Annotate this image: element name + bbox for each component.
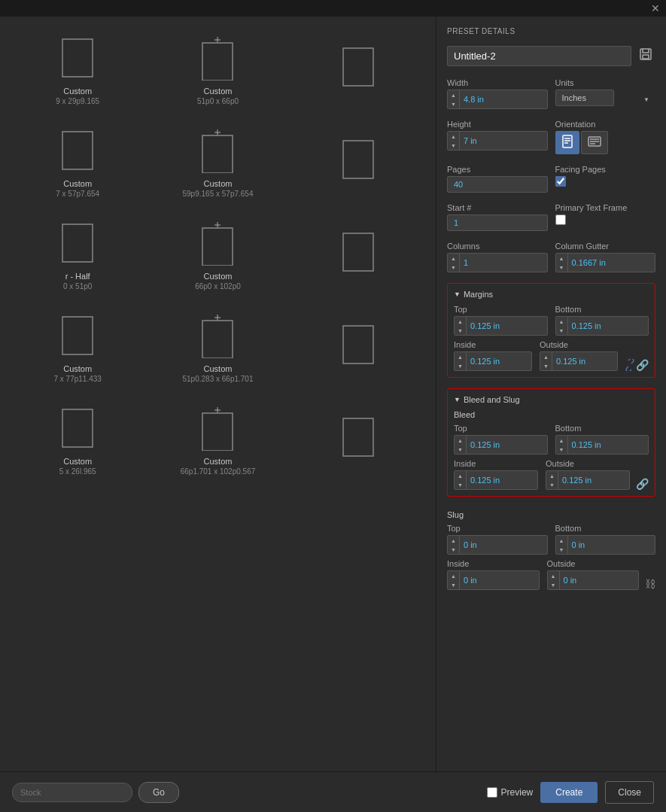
columns-decrement-button[interactable]: ▼ — [448, 263, 459, 272]
list-item[interactable]: Custom 66p1.701 x 102p0.567 — [147, 394, 287, 487]
preset-name-input[interactable] — [447, 46, 631, 66]
list-item[interactable] — [288, 117, 428, 209]
bleed-outside-decrement-button[interactable]: ▼ — [546, 480, 558, 489]
close-dialog-button[interactable]: Close — [605, 781, 654, 804]
margins-link-icon[interactable]: 🔗 — [624, 359, 649, 371]
margin-bottom-increment-button[interactable]: ▲ — [556, 317, 567, 326]
slug-outside-input[interactable] — [560, 573, 639, 587]
columns-input[interactable] — [460, 256, 547, 269]
column-gutter-input[interactable] — [568, 256, 655, 269]
list-item[interactable]: Custom 59p9.165 x 57p7.654 — [147, 117, 287, 209]
bleed-outside-group: Outside ▲ ▼ — [546, 459, 630, 490]
margin-bottom-decrement-button[interactable]: ▼ — [556, 326, 567, 335]
columns-increment-button[interactable]: ▲ — [448, 254, 459, 263]
height-increment-button[interactable]: ▲ — [448, 132, 459, 141]
slug-inside-increment-button[interactable]: ▲ — [448, 571, 459, 580]
start-primary-row: Start # Primary Text Frame — [447, 203, 655, 231]
list-item[interactable] — [288, 302, 428, 394]
bleed-top-spinner: ▲ ▼ — [454, 435, 548, 455]
bleed-top-input[interactable] — [467, 438, 547, 452]
start-num-input[interactable] — [447, 214, 548, 231]
list-item[interactable]: Custom 7 x 57p7.654 — [8, 117, 147, 209]
window-close-button[interactable]: ✕ — [651, 3, 660, 14]
slug-outside-increment-button[interactable]: ▲ — [548, 571, 559, 580]
pages-input[interactable] — [447, 176, 548, 193]
list-item[interactable]: Custom 51p0.283 x 66p1.701 — [147, 302, 287, 394]
height-decrement-button[interactable]: ▼ — [448, 141, 459, 150]
slug-outside-decrement-button[interactable]: ▼ — [548, 580, 559, 589]
list-item[interactable] — [288, 209, 428, 302]
slug-top-decrement-button[interactable]: ▼ — [448, 545, 459, 554]
margin-top-spinner-btns: ▲ ▼ — [455, 317, 467, 335]
list-item[interactable]: Custom 5 x 26l.965 — [8, 394, 147, 487]
column-gutter-increment-button[interactable]: ▲ — [556, 254, 567, 263]
slug-bottom-input[interactable] — [568, 538, 655, 552]
margin-outside-increment-button[interactable]: ▲ — [540, 352, 552, 361]
list-item[interactable]: Custom 7 x 77p11.433 — [8, 302, 147, 394]
bleed-bottom-input[interactable] — [568, 438, 649, 452]
margin-inside-increment-button[interactable]: ▲ — [455, 352, 466, 361]
margin-bottom-input[interactable] — [568, 319, 649, 333]
landscape-button[interactable] — [581, 131, 608, 154]
slug-top-increment-button[interactable]: ▲ — [448, 536, 459, 545]
margin-top-decrement-button[interactable]: ▼ — [455, 326, 466, 335]
width-increment-button[interactable]: ▲ — [448, 90, 459, 99]
width-decrement-button[interactable]: ▼ — [448, 99, 459, 108]
bleed-top-increment-button[interactable]: ▲ — [455, 436, 466, 445]
margin-outside-input[interactable] — [552, 354, 617, 368]
column-gutter-decrement-button[interactable]: ▼ — [556, 263, 567, 272]
bleed-bottom-increment-button[interactable]: ▲ — [556, 436, 567, 445]
bleed-slug-section-label: Bleed and Slug — [464, 395, 520, 404]
facing-pages-checkbox[interactable] — [555, 176, 566, 187]
bleed-slug-section-header[interactable]: ▼ Bleed and Slug — [454, 395, 649, 404]
svg-rect-23 — [202, 413, 233, 451]
primary-text-frame-checkbox[interactable] — [555, 214, 566, 225]
pages-label: Pages — [447, 165, 548, 174]
svg-rect-20 — [62, 409, 93, 447]
bleed-bottom-decrement-button[interactable]: ▼ — [556, 445, 567, 454]
list-item[interactable]: r - Half 0 x 51p0 — [8, 209, 147, 302]
margin-inside-input[interactable] — [467, 354, 531, 368]
margin-inside-decrement-button[interactable]: ▼ — [455, 361, 466, 370]
list-item[interactable] — [288, 24, 428, 117]
bleed-link-icon[interactable]: 🔗 — [636, 478, 649, 490]
margin-top-input[interactable] — [467, 319, 547, 333]
create-button[interactable]: Create — [540, 782, 598, 803]
bleed-top-decrement-button[interactable]: ▼ — [455, 445, 466, 454]
slug-bottom-increment-button[interactable]: ▲ — [556, 536, 567, 545]
list-item[interactable]: Custom 66p0 x 102p0 — [147, 209, 287, 302]
margins-chevron-icon: ▼ — [454, 290, 461, 298]
slug-outside-label: Outside — [547, 559, 640, 568]
preview-checkbox[interactable] — [487, 787, 497, 798]
width-spinner-btns: ▲ ▼ — [448, 90, 460, 108]
svg-rect-25 — [640, 49, 651, 59]
bleed-inside-input[interactable] — [467, 473, 537, 487]
margins-section-header[interactable]: ▼ Margins — [454, 290, 649, 299]
margin-outside-decrement-button[interactable]: ▼ — [540, 361, 552, 370]
slug-bottom-decrement-button[interactable]: ▼ — [556, 545, 567, 554]
list-item[interactable]: Custom 9 x 29p9.165 — [8, 24, 147, 117]
list-item[interactable]: Custom 51p0 x 66p0 — [147, 24, 287, 117]
units-select[interactable]: Inches Points Picas Centimeters Millimet… — [555, 90, 614, 106]
width-input[interactable] — [460, 93, 547, 106]
margins-section-label: Margins — [464, 290, 493, 299]
slug-top-input[interactable] — [460, 538, 547, 552]
slug-inside-input[interactable] — [460, 573, 539, 587]
slug-link-broken-icon[interactable]: ⛓ — [645, 578, 655, 590]
bleed-outside-increment-button[interactable]: ▲ — [546, 471, 558, 480]
bleed-inside-decrement-button[interactable]: ▼ — [455, 480, 466, 489]
go-button[interactable]: Go — [138, 782, 179, 803]
height-input[interactable] — [460, 134, 547, 147]
list-item[interactable] — [288, 394, 428, 487]
stock-search-input[interactable] — [12, 783, 132, 802]
page-icon — [199, 128, 236, 173]
save-preset-button[interactable] — [636, 46, 655, 66]
svg-rect-15 — [62, 317, 93, 354]
bleed-inside-increment-button[interactable]: ▲ — [455, 471, 466, 480]
portrait-button[interactable] — [555, 131, 579, 154]
slug-inside-decrement-button[interactable]: ▼ — [448, 580, 459, 589]
margin-top-increment-button[interactable]: ▲ — [455, 317, 466, 326]
bleed-outside-spinner-btns: ▲ ▼ — [546, 471, 558, 489]
bleed-outside-input[interactable] — [558, 473, 629, 487]
bleed-bottom-spinner: ▲ ▼ — [555, 435, 649, 455]
